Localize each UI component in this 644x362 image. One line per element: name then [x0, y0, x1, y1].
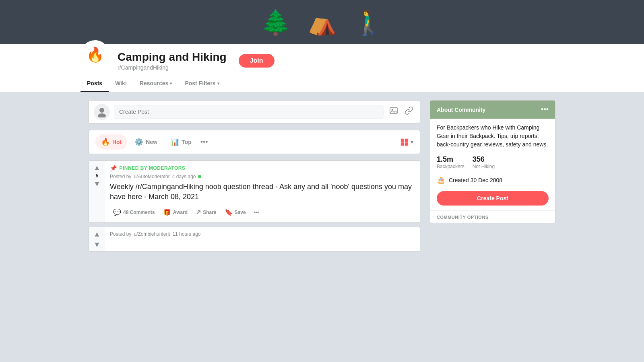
sort-bar: 🔥 Hot ⚙️ New 📊 Top ••• ▾: [89, 130, 420, 154]
top-icon: 📊: [170, 138, 179, 146]
about-more-button[interactable]: •••: [541, 105, 549, 114]
upvote-button[interactable]: ▲: [93, 164, 101, 171]
nav-item-posts[interactable]: Posts: [80, 75, 109, 92]
svg-point-1: [98, 113, 106, 117]
comments-button[interactable]: 💬 48 Comments: [110, 206, 158, 218]
more-options-button[interactable]: •••: [251, 206, 262, 218]
nav-item-wiki[interactable]: Wiki: [109, 75, 133, 92]
feed-column: 🔥 Hot ⚙️ New 📊 Top ••• ▾: [89, 100, 420, 256]
tree-icon: 🌲: [261, 8, 291, 37]
create-post-bar: [89, 100, 420, 123]
fire-icon: 🔥: [101, 138, 110, 146]
nav-item-resources[interactable]: Resources ▾: [133, 75, 179, 92]
post-author[interactable]: u/AutoModerator: [134, 174, 169, 179]
post-time: 4 days ago: [172, 174, 196, 179]
community-created: 🎂 Created 30 Dec 2008: [437, 176, 549, 185]
post-meta: Posted by u/AutoModerator 4 days ago: [110, 174, 415, 179]
community-options-label: COMMUNITY OPTIONS: [430, 210, 555, 223]
members-value: 1.5m: [437, 155, 464, 164]
link-button[interactable]: [403, 105, 415, 119]
svg-point-0: [99, 108, 104, 113]
subreddit-title: Camping and Hiking: [118, 51, 227, 64]
sidebar: About Community ••• For Backpackers who …: [430, 100, 555, 256]
post-title[interactable]: Weekly /r/CampingandHiking noob question…: [110, 182, 415, 202]
about-community-body: For Backpackers who Hike with Camping Ge…: [430, 119, 555, 210]
sort-more-button[interactable]: •••: [200, 138, 208, 146]
image-upload-button[interactable]: [388, 105, 400, 119]
post-actions: 💬 48 Comments 🎁 Award ↗ Share 🔖 Save: [110, 206, 415, 218]
new-icon: ⚙️: [134, 138, 143, 146]
subreddit-title-group: Camping and Hiking r/CampingandHiking: [118, 51, 227, 71]
award-button[interactable]: 🎁 Award: [160, 206, 191, 218]
share-icon: ↗: [196, 208, 201, 216]
post-vote-column: ▲ 5 ▼: [89, 161, 105, 222]
subreddit-slug: r/CampingandHiking: [118, 64, 227, 71]
online-label: Not Hiking: [473, 164, 495, 169]
svg-rect-4: [401, 139, 404, 142]
about-community-widget: About Community ••• For Backpackers who …: [430, 100, 555, 223]
main-content: 🔥 Hot ⚙️ New 📊 Top ••• ▾: [80, 100, 564, 256]
chevron-down-icon: ▾: [170, 81, 172, 86]
post-meta: Posted by u/Zombiehunterjt 11 hours ago: [110, 231, 415, 237]
sort-top-button[interactable]: 📊 Top: [165, 134, 197, 150]
stat-members: 1.5m Backpackers: [437, 155, 464, 169]
created-date: Created 30 Dec 2008: [449, 177, 502, 183]
cake-icon: 🎂: [437, 176, 446, 185]
about-description: For Backpackers who Hike with Camping Ge…: [437, 123, 549, 149]
about-community-header: About Community •••: [430, 101, 555, 119]
downvote-button[interactable]: ▼: [93, 180, 101, 187]
pin-icon: 📌: [110, 165, 117, 171]
save-button[interactable]: 🔖 Save: [221, 206, 249, 218]
comment-icon: 💬: [113, 208, 121, 216]
svg-rect-2: [390, 108, 397, 114]
online-indicator: [198, 175, 201, 178]
post-author[interactable]: u/Zombiehunterjt: [134, 231, 170, 237]
tent-icon: ⛺: [307, 8, 337, 37]
user-avatar: [94, 104, 110, 120]
subreddit-banner: 🌲 ⛺ 🚶‍♂️: [0, 0, 644, 44]
chevron-down-icon: ▾: [217, 81, 219, 86]
nav-item-post-filters[interactable]: Post Filters ▾: [178, 75, 225, 92]
post-card: ▲ 5 ▼ 📌 PINNED BY MODERATORS Posted by u…: [89, 160, 420, 223]
svg-rect-5: [405, 139, 408, 142]
post-vote-column: ▲ ▼: [89, 227, 105, 251]
post-body: 📌 PINNED BY MODERATORS Posted by u/AutoM…: [105, 161, 420, 222]
sort-new-button[interactable]: ⚙️ New: [129, 134, 163, 150]
create-post-input[interactable]: [114, 105, 384, 119]
award-icon: 🎁: [163, 208, 171, 216]
save-icon: 🔖: [225, 208, 233, 216]
about-community-title: About Community: [437, 107, 485, 113]
downvote-button[interactable]: ▼: [93, 241, 101, 248]
subreddit-nav: Posts Wiki Resources ▾ Post Filters ▾: [80, 75, 564, 92]
chevron-down-icon: ▾: [411, 139, 413, 145]
subreddit-info-bar: 🔥 Camping and Hiking r/CampingandHiking …: [0, 44, 644, 92]
post-body: Posted by u/Zombiehunterjt 11 hours ago: [105, 227, 420, 251]
svg-rect-7: [405, 142, 408, 146]
hiker-icon: 🚶‍♂️: [353, 8, 384, 37]
post-time: 11 hours ago: [172, 231, 200, 237]
post-card-preview: ▲ ▼ Posted by u/Zombiehunterjt 11 hours …: [89, 227, 420, 252]
subreddit-avatar: 🔥: [80, 40, 109, 69]
stat-online: 356 Not Hiking: [473, 155, 495, 169]
community-stats: 1.5m Backpackers 356 Not Hiking: [437, 155, 549, 169]
online-value: 356: [473, 155, 495, 164]
join-button[interactable]: Join: [239, 54, 275, 68]
svg-rect-6: [401, 142, 404, 146]
vote-count: 5: [96, 173, 99, 179]
sidebar-create-post-button[interactable]: Create Post: [437, 191, 549, 206]
share-button[interactable]: ↗ Share: [192, 206, 219, 218]
members-label: Backpackers: [437, 164, 464, 169]
pinned-label: 📌 PINNED BY MODERATORS: [110, 165, 415, 171]
create-post-icons: [388, 105, 415, 119]
upvote-button[interactable]: ▲: [93, 230, 101, 238]
sort-hot-button[interactable]: 🔥 Hot: [95, 134, 127, 150]
view-toggle-button[interactable]: ▾: [400, 138, 413, 146]
